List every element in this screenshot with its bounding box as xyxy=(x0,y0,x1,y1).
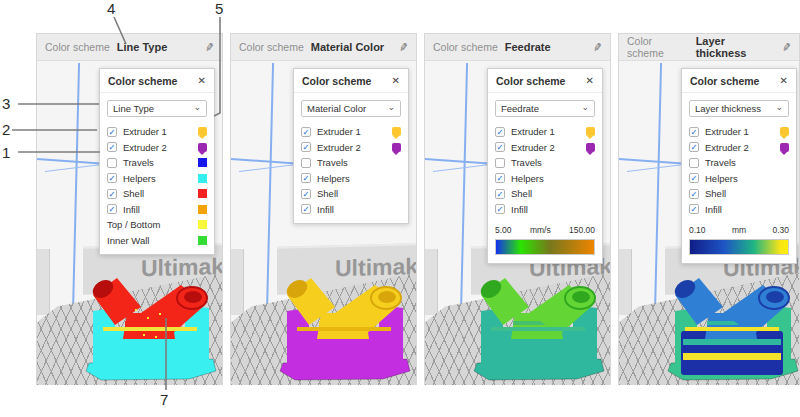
color-scheme-popup: Color scheme ✕ Material Color ⌄ ✓ Extrud… xyxy=(293,68,409,224)
checkbox[interactable]: ✓ xyxy=(301,142,311,152)
panel-line-type: Color scheme Line Type ✎ Ultimaker xyxy=(36,33,223,385)
checkbox[interactable] xyxy=(301,158,311,168)
scheme-dropdown[interactable]: Layer thickness ⌄ xyxy=(689,100,789,117)
row-shell: ✓ Shell xyxy=(495,186,595,202)
row-extruder-1: ✓ Extruder 1 xyxy=(301,124,401,140)
build-volume-line xyxy=(266,63,274,315)
checkbox[interactable]: ✓ xyxy=(107,204,117,214)
gradient-bar xyxy=(689,239,789,255)
checkbox[interactable]: ✓ xyxy=(107,173,117,183)
scheme-header-bar: Color scheme Line Type ✎ xyxy=(37,34,222,61)
viewport-3d[interactable]: Ultimaker Color sche xyxy=(425,61,610,385)
viewport-3d[interactable]: Ultimaker Color sche xyxy=(231,61,416,385)
printed-model[interactable] xyxy=(85,277,217,383)
color-scheme-popup: Color scheme ✕ Feedrate ⌄ ✓ Extruder 1 ✓ xyxy=(487,68,603,264)
legend-min: 5.00 xyxy=(495,225,512,235)
edit-pencil-icon[interactable]: ✎ xyxy=(781,40,792,54)
annotation-label-7: 7 xyxy=(160,391,168,408)
checkbox[interactable]: ✓ xyxy=(301,189,311,199)
close-icon[interactable]: ✕ xyxy=(198,76,206,86)
scheme-dropdown[interactable]: Line Type ⌄ xyxy=(107,100,207,117)
viewport-3d[interactable]: Ultimaker Color sche xyxy=(619,61,799,385)
row-extruder-1: ✓ Extruder 1 xyxy=(107,124,207,140)
row-helpers: ✓ Helpers xyxy=(107,171,207,187)
row-extruder-1: ✓ Extruder 1 xyxy=(495,124,595,140)
printer-wall xyxy=(425,249,438,315)
checkbox[interactable]: ✓ xyxy=(495,173,505,183)
row-infill: ✓ Infill xyxy=(495,202,595,218)
printed-model[interactable] xyxy=(279,277,411,383)
printed-model[interactable] xyxy=(473,277,605,383)
checkbox[interactable]: ✓ xyxy=(689,127,699,137)
color-swatch xyxy=(198,220,207,229)
legend-unit: mm xyxy=(732,225,746,235)
checkbox[interactable]: ✓ xyxy=(301,173,311,183)
row-travels: Travels xyxy=(301,155,401,171)
checkbox[interactable]: ✓ xyxy=(495,204,505,214)
close-icon[interactable]: ✕ xyxy=(586,76,594,86)
row-shell: ✓ Shell xyxy=(689,186,789,202)
row-shell: ✓ Shell xyxy=(301,186,401,202)
row-infill: ✓ Infill xyxy=(107,202,207,218)
scheme-dropdown[interactable]: Material Color ⌄ xyxy=(301,100,401,117)
checkbox[interactable]: ✓ xyxy=(301,204,311,214)
color-swatch xyxy=(586,127,595,136)
chevron-down-icon: ⌄ xyxy=(775,102,783,112)
row-helpers: ✓ Helpers xyxy=(495,171,595,187)
chevron-down-icon: ⌄ xyxy=(581,102,589,112)
color-scheme-popup: Color scheme ✕ Line Type ⌄ ✓ Extruder 1 … xyxy=(99,68,215,255)
checkbox[interactable]: ✓ xyxy=(107,142,117,152)
edit-pencil-icon[interactable]: ✎ xyxy=(398,40,409,54)
checkbox[interactable] xyxy=(689,158,699,168)
printer-wall xyxy=(37,249,50,315)
legend-unit: mm/s xyxy=(530,225,551,235)
annotation-label-1: 1 xyxy=(2,144,10,161)
checkbox[interactable]: ✓ xyxy=(689,173,699,183)
printed-model[interactable] xyxy=(667,277,799,383)
panel-material-color: Color scheme Material Color ✎ Ultimaker xyxy=(230,33,417,385)
scheme-header-bar: Color scheme Feedrate ✎ xyxy=(425,34,610,61)
checkbox[interactable] xyxy=(495,158,505,168)
viewport-3d[interactable]: Ultimaker xyxy=(37,61,222,385)
annotation-label-2: 2 xyxy=(2,121,10,138)
row-helpers: ✓ Helpers xyxy=(301,171,401,187)
row-extruder-2: ✓ Extruder 2 xyxy=(495,140,595,156)
edit-pencil-icon[interactable]: ✎ xyxy=(204,40,215,54)
checkbox[interactable]: ✓ xyxy=(689,189,699,199)
close-icon[interactable]: ✕ xyxy=(780,76,788,86)
annotation-label-4: 4 xyxy=(107,0,115,17)
chevron-down-icon: ⌄ xyxy=(193,102,201,112)
row-travels: Travels xyxy=(495,155,595,171)
checkbox[interactable]: ✓ xyxy=(495,189,505,199)
chevron-down-icon: ⌄ xyxy=(387,102,395,112)
printer-wall xyxy=(231,249,244,315)
checkbox[interactable]: ✓ xyxy=(495,142,505,152)
checkbox[interactable]: ✓ xyxy=(301,127,311,137)
row-top-bottom: Top / Bottom xyxy=(107,217,207,233)
legend-max: 0.30 xyxy=(772,225,789,235)
scheme-dropdown[interactable]: Feedrate ⌄ xyxy=(495,100,595,117)
checkbox[interactable]: ✓ xyxy=(495,127,505,137)
gradient-legend: 5.00 mm/s 150.00 xyxy=(488,223,602,263)
checkbox[interactable]: ✓ xyxy=(107,189,117,199)
annotation-label-3: 3 xyxy=(2,95,10,112)
build-volume-line xyxy=(460,63,468,315)
scheme-header-bar: Color scheme Layer thickness ✎ xyxy=(619,34,799,61)
edit-pencil-icon[interactable]: ✎ xyxy=(592,40,603,54)
row-shell: ✓ Shell xyxy=(107,186,207,202)
legend-max: 150.00 xyxy=(569,225,595,235)
checkbox[interactable]: ✓ xyxy=(689,204,699,214)
checkbox[interactable] xyxy=(107,158,117,168)
dropdown-value: Line Type xyxy=(113,103,154,114)
row-infill: ✓ Infill xyxy=(301,202,401,218)
gradient-legend: 0.10 mm 0.30 xyxy=(682,223,796,263)
printer-wall xyxy=(619,249,632,315)
checkbox[interactable]: ✓ xyxy=(689,142,699,152)
close-icon[interactable]: ✕ xyxy=(392,76,400,86)
checkbox[interactable]: ✓ xyxy=(107,127,117,137)
color-swatch xyxy=(198,205,207,214)
gradient-bar xyxy=(495,239,595,255)
scheme-header-label: Color scheme xyxy=(45,41,110,53)
annotation-label-5: 5 xyxy=(215,0,223,17)
row-travels: Travels xyxy=(107,155,207,171)
